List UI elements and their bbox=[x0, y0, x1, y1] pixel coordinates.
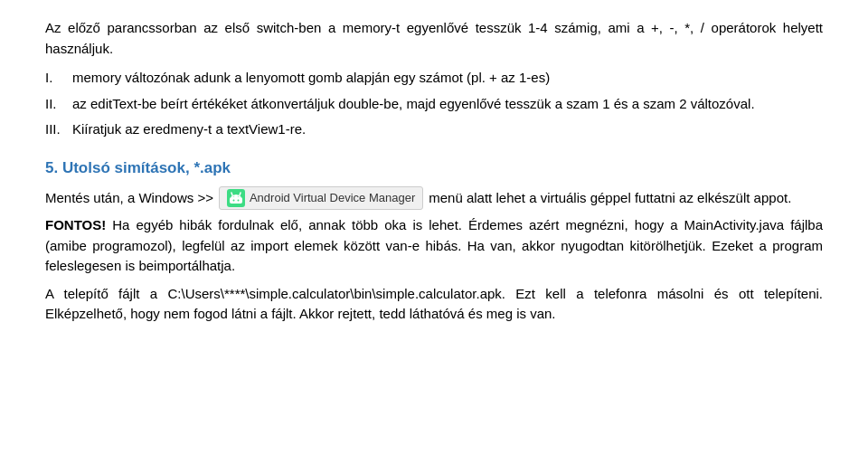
last-paragraph: A telepítő fájlt a C:\Users\****\simple.… bbox=[45, 284, 823, 325]
roman-item-III: III. Kiíratjuk az eredmeny-t a textView1… bbox=[45, 119, 823, 140]
svg-point-6 bbox=[237, 200, 239, 202]
android-vd-manager-badge: Android Virtual Device Manager bbox=[219, 186, 423, 210]
main-content: Az előző parancssorban az első switch-be… bbox=[45, 18, 823, 325]
svg-rect-4 bbox=[230, 197, 242, 204]
intro-paragraph: Az előző parancssorban az első switch-be… bbox=[45, 18, 823, 59]
roman-I-text: memory változónak adunk a lenyomott gomb… bbox=[72, 68, 550, 89]
badge-label-text: Android Virtual Device Manager bbox=[250, 189, 415, 207]
fontos-text: Ha egyéb hibák fordulnak elő, annak több… bbox=[45, 217, 823, 273]
fontos-paragraph: FONTOS! Ha egyéb hibák fordulnak elő, an… bbox=[45, 215, 823, 277]
svg-line-8 bbox=[240, 193, 241, 195]
roman-III-text: Kiíratjuk az eredmeny-t a textView1-re. bbox=[72, 119, 306, 140]
roman-numeral-III: III. bbox=[45, 119, 72, 140]
roman-item-I: I. memory változónak adunk a lenyomott g… bbox=[45, 68, 823, 89]
android-icon bbox=[227, 189, 245, 207]
section-heading: 5. Utolsó simítások, *.apk bbox=[45, 156, 823, 180]
svg-line-7 bbox=[231, 193, 232, 195]
roman-item-II: II. az editText-be beírt értékéket átkon… bbox=[45, 94, 823, 115]
roman-numeral-II: II. bbox=[45, 94, 72, 115]
mentés-before-text: Mentés után, a Windows >> bbox=[45, 188, 213, 209]
fontos-label: FONTOS! bbox=[45, 217, 106, 232]
mentés-line: Mentés után, a Windows >> Android Virtua… bbox=[45, 186, 823, 210]
roman-II-text: az editText-be beírt értékéket átkonvert… bbox=[72, 94, 755, 115]
svg-point-5 bbox=[232, 200, 234, 202]
mentés-after-text: menü alatt lehet a virtuális géppel futt… bbox=[429, 188, 791, 209]
roman-numeral-I: I. bbox=[45, 68, 72, 89]
